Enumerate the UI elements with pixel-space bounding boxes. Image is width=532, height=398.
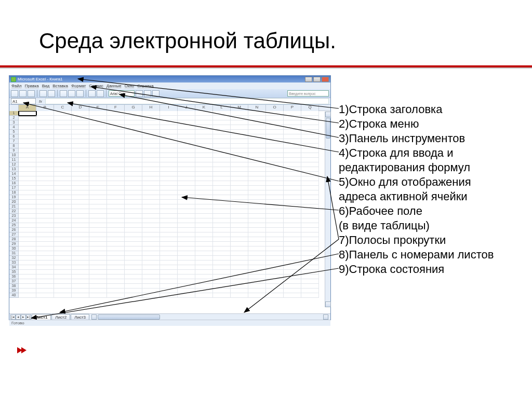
cell[interactable] (178, 116, 195, 120)
cell[interactable] (107, 111, 125, 116)
cell[interactable] (284, 125, 301, 130)
cell[interactable] (231, 228, 248, 232)
cell[interactable] (19, 158, 36, 162)
cell[interactable] (231, 111, 248, 116)
cell[interactable] (266, 246, 284, 251)
cell[interactable] (36, 186, 54, 190)
cell[interactable] (125, 260, 142, 265)
cell[interactable] (178, 186, 195, 190)
cell[interactable] (284, 130, 301, 134)
cell[interactable] (178, 260, 195, 265)
cell[interactable] (266, 120, 284, 125)
cell[interactable] (195, 265, 213, 270)
cell[interactable] (125, 200, 142, 204)
cell[interactable] (178, 167, 195, 172)
cell[interactable] (89, 186, 107, 190)
name-box[interactable]: A1 (11, 98, 36, 104)
cell[interactable] (160, 214, 178, 218)
cell[interactable] (19, 293, 36, 298)
cell[interactable] (72, 204, 89, 209)
cell[interactable] (301, 289, 319, 293)
menu-edit[interactable]: Правка (25, 84, 39, 88)
menu-insert[interactable]: Вставка (52, 84, 68, 88)
cell[interactable] (142, 265, 160, 270)
cell[interactable] (89, 120, 107, 125)
select-all-corner[interactable] (9, 105, 19, 111)
cell[interactable] (54, 153, 72, 158)
row-header[interactable]: 16 (9, 181, 19, 186)
cell[interactable] (195, 148, 213, 153)
cell[interactable] (266, 256, 284, 260)
cell[interactable] (178, 144, 195, 148)
cell[interactable] (107, 237, 125, 242)
cell[interactable] (36, 111, 54, 116)
cell[interactable] (160, 162, 178, 167)
cell[interactable] (19, 237, 36, 242)
cell[interactable] (178, 148, 195, 153)
cell[interactable] (301, 200, 319, 204)
cell[interactable] (284, 284, 301, 289)
cell[interactable] (36, 116, 54, 120)
cell[interactable] (213, 209, 231, 214)
cell[interactable] (72, 176, 89, 181)
cell[interactable] (142, 167, 160, 172)
cell[interactable] (301, 232, 319, 237)
cell[interactable] (107, 218, 125, 223)
cell[interactable] (19, 218, 36, 223)
cell[interactable] (125, 172, 142, 176)
cell[interactable] (213, 130, 231, 134)
cell[interactable] (142, 209, 160, 214)
cell[interactable] (248, 186, 266, 190)
cell[interactable] (54, 158, 72, 162)
cell[interactable] (231, 246, 248, 251)
cell[interactable] (213, 289, 231, 293)
cell[interactable] (231, 139, 248, 144)
cell[interactable] (36, 130, 54, 134)
cell[interactable] (266, 172, 284, 176)
cell[interactable] (178, 270, 195, 275)
cell[interactable] (54, 223, 72, 228)
cell[interactable] (195, 275, 213, 279)
cell[interactable] (89, 218, 107, 223)
cell[interactable] (301, 162, 319, 167)
cell[interactable] (266, 130, 284, 134)
cell[interactable] (125, 246, 142, 251)
cell[interactable] (142, 284, 160, 289)
cell[interactable] (195, 125, 213, 130)
cell[interactable] (36, 139, 54, 144)
cell[interactable] (142, 246, 160, 251)
cell[interactable] (125, 293, 142, 298)
cell[interactable] (142, 144, 160, 148)
cell[interactable] (72, 111, 89, 116)
cell[interactable] (72, 125, 89, 130)
cell[interactable] (125, 242, 142, 246)
cell[interactable] (195, 251, 213, 256)
cell[interactable] (89, 200, 107, 204)
cell[interactable] (19, 232, 36, 237)
cell[interactable] (54, 242, 72, 246)
cell[interactable] (89, 265, 107, 270)
cell[interactable] (195, 256, 213, 260)
cell[interactable] (248, 134, 266, 139)
cell[interactable] (142, 223, 160, 228)
cell[interactable] (213, 176, 231, 181)
cell[interactable] (266, 228, 284, 232)
cell[interactable] (301, 176, 319, 181)
cell[interactable] (301, 116, 319, 120)
cell[interactable] (125, 111, 142, 116)
cell[interactable] (160, 223, 178, 228)
cell[interactable] (248, 176, 266, 181)
row-header[interactable]: 1 (9, 111, 19, 116)
tb-save-icon[interactable] (28, 90, 35, 97)
cell[interactable] (266, 176, 284, 181)
cell[interactable] (248, 293, 266, 298)
cell[interactable] (301, 181, 319, 186)
cell[interactable] (142, 139, 160, 144)
cell[interactable] (248, 237, 266, 242)
cell[interactable] (54, 162, 72, 167)
cell[interactable] (195, 167, 213, 172)
cell[interactable] (89, 153, 107, 158)
cell[interactable] (19, 162, 36, 167)
cell[interactable] (301, 270, 319, 275)
cell[interactable] (89, 289, 107, 293)
